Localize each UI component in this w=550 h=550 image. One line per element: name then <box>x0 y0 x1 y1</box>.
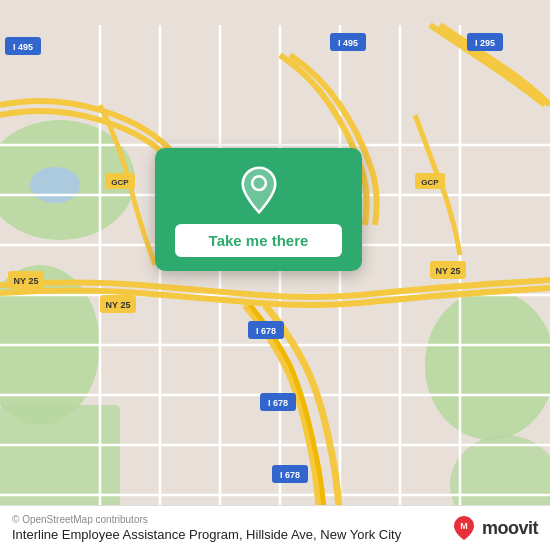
moovit-icon: M <box>450 514 478 542</box>
svg-text:I 678: I 678 <box>280 470 300 480</box>
svg-text:NY 25: NY 25 <box>106 300 131 310</box>
map-container: I 495 I 495 I 295 NY 25 NY 25 GCP GCP I … <box>0 0 550 550</box>
svg-point-6 <box>30 167 80 203</box>
svg-text:I 295: I 295 <box>475 38 495 48</box>
map-background: I 495 I 495 I 295 NY 25 NY 25 GCP GCP I … <box>0 0 550 550</box>
svg-text:NY 25: NY 25 <box>436 266 461 276</box>
svg-text:GCP: GCP <box>111 178 129 187</box>
svg-text:M: M <box>460 521 468 531</box>
location-pin-icon <box>235 166 283 214</box>
svg-text:NY 25: NY 25 <box>14 276 39 286</box>
bottom-bar: © OpenStreetMap contributors Interline E… <box>0 505 550 550</box>
svg-point-3 <box>425 290 550 440</box>
copyright-text: © OpenStreetMap contributors <box>12 514 401 525</box>
svg-text:I 495: I 495 <box>13 42 33 52</box>
moovit-logo: M moovit <box>450 514 538 542</box>
bottom-info: © OpenStreetMap contributors Interline E… <box>12 514 401 542</box>
location-card: Take me there <box>155 148 362 271</box>
svg-text:I 678: I 678 <box>256 326 276 336</box>
take-me-there-button[interactable]: Take me there <box>175 224 342 257</box>
svg-text:I 678: I 678 <box>268 398 288 408</box>
svg-text:I 495: I 495 <box>338 38 358 48</box>
svg-text:GCP: GCP <box>421 178 439 187</box>
location-name: Interline Employee Assistance Program, H… <box>12 527 401 542</box>
moovit-brand-text: moovit <box>482 518 538 539</box>
